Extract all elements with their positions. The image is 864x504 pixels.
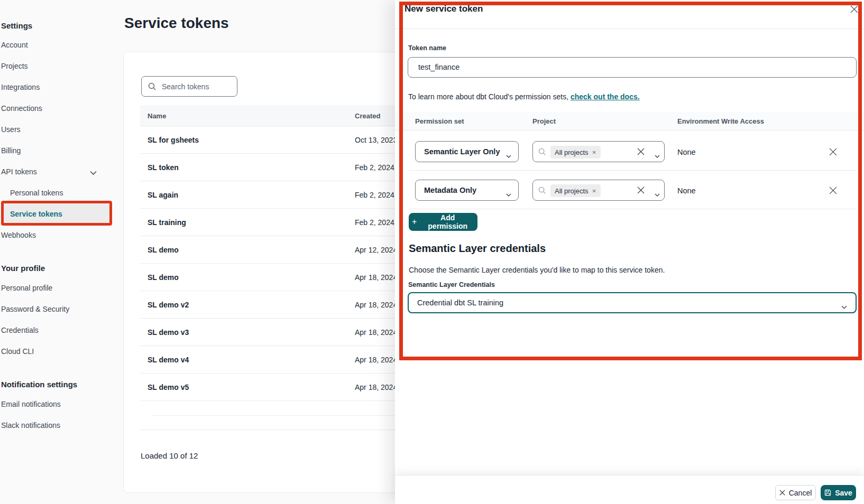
column-header-project: Project	[532, 112, 556, 130]
search-icon	[148, 82, 157, 91]
search-input[interactable]	[161, 82, 232, 91]
project-tag-chip: All projects ✕	[550, 184, 601, 197]
project-tag-chip: All projects ✕	[550, 146, 601, 158]
sidebar-item-connections[interactable]: Connections	[1, 98, 111, 118]
sidebar-item-users[interactable]: Users	[1, 119, 111, 139]
sidebar-item-cloud-cli[interactable]: Cloud CLI	[1, 341, 111, 361]
search-tokens-box[interactable]	[141, 76, 237, 97]
page-title: Service tokens	[124, 15, 229, 32]
app-root: { "sidebar": { "heading_settings": "Sett…	[0, 0, 864, 504]
permission-table-header: Permission set Project Environment Write…	[395, 112, 864, 130]
column-header-created: Created	[355, 105, 380, 126]
project-combobox[interactable]: All projects ✕	[532, 180, 665, 201]
sidebar-heading-your-profile: Your profile	[1, 258, 111, 278]
credentials-select-label: Semantic Layer Credentials	[408, 281, 495, 288]
search-icon	[538, 148, 546, 158]
remove-permission-icon[interactable]	[826, 145, 839, 158]
new-service-token-drawer: New service token Token name To learn mo…	[395, 0, 864, 504]
token-name-label: Token name	[408, 44, 446, 52]
remove-permission-icon[interactable]	[826, 184, 839, 197]
column-header-name: Name	[148, 105, 166, 126]
sidebar-item-billing[interactable]: Billing	[1, 141, 111, 161]
project-combobox[interactable]: All projects ✕	[532, 141, 665, 162]
chip-remove-icon[interactable]: ✕	[592, 188, 596, 194]
cancel-button[interactable]: Cancel	[775, 485, 816, 500]
env-write-access-value: None	[677, 148, 696, 156]
close-icon[interactable]	[848, 3, 860, 15]
sidebar-item-credentials[interactable]: Credentials	[1, 320, 111, 340]
token-name-field[interactable]	[408, 57, 857, 78]
row-divider	[409, 170, 857, 171]
settings-sidebar: Settings Account Projects Integrations C…	[0, 0, 114, 504]
drawer-footer: Cancel Save	[395, 475, 864, 504]
semantic-layer-credentials-description: Choose the Semantic Layer credentials yo…	[409, 266, 665, 274]
sidebar-item-personal-tokens[interactable]: Personal tokens	[1, 183, 111, 203]
chevron-down-icon	[841, 302, 847, 311]
sidebar-item-api-tokens[interactable]: API tokens	[1, 162, 111, 182]
search-icon	[538, 186, 546, 197]
permission-set-select[interactable]: Semantic Layer Only	[415, 141, 519, 162]
sidebar-item-integrations[interactable]: Integrations	[1, 77, 111, 97]
docs-link[interactable]: check out the docs.	[571, 92, 640, 101]
save-icon	[824, 489, 831, 496]
column-header-permission-set: Permission set	[415, 112, 464, 130]
sidebar-item-service-tokens[interactable]: Service tokens	[1, 204, 111, 224]
docs-hint-text: To learn more about dbt Cloud's permissi…	[408, 92, 571, 101]
loaded-status: Loaded 10 of 12	[141, 451, 198, 460]
sidebar-item-password-security[interactable]: Password & Security	[1, 299, 111, 319]
sidebar-item-account[interactable]: Account	[1, 35, 111, 55]
chevron-down-icon	[506, 189, 511, 199]
sidebar-item-webhooks[interactable]: Webhooks	[1, 225, 111, 245]
chevron-down-icon[interactable]	[655, 189, 660, 199]
close-icon	[779, 490, 785, 496]
plus-icon: +	[412, 217, 417, 227]
drawer-header: New service token	[395, 0, 864, 29]
permission-set-select[interactable]: Metadata Only	[415, 180, 519, 201]
chevron-down-icon	[506, 151, 511, 160]
save-button[interactable]: Save	[821, 485, 856, 500]
drawer-title: New service token	[405, 4, 483, 14]
sidebar-heading-notification-settings: Notification settings	[1, 374, 111, 394]
sidebar-heading-settings: Settings	[1, 15, 111, 35]
clear-selection-icon[interactable]	[637, 147, 645, 158]
add-permission-button[interactable]: + Add permission	[409, 213, 477, 231]
clear-selection-icon[interactable]	[637, 186, 645, 197]
env-write-access-value: None	[677, 186, 696, 195]
token-name-input[interactable]	[417, 62, 837, 72]
sidebar-item-projects[interactable]: Projects	[1, 56, 111, 76]
chevron-down-icon[interactable]	[655, 151, 660, 160]
column-header-env-write-access: Environment Write Access	[677, 112, 764, 130]
chevron-down-icon	[90, 169, 97, 177]
sidebar-item-email-notifications[interactable]: Email notifications	[1, 394, 111, 414]
row-divider	[409, 209, 857, 209]
credentials-select[interactable]: Credential dbt SL training	[408, 292, 857, 313]
chip-remove-icon[interactable]: ✕	[592, 150, 596, 155]
docs-hint: To learn more about dbt Cloud's permissi…	[408, 92, 640, 101]
semantic-layer-credentials-heading: Semantic Layer credentials	[409, 242, 546, 255]
sidebar-item-slack-notifications[interactable]: Slack notifications	[1, 415, 111, 435]
sidebar-item-personal-profile[interactable]: Personal profile	[1, 278, 111, 298]
